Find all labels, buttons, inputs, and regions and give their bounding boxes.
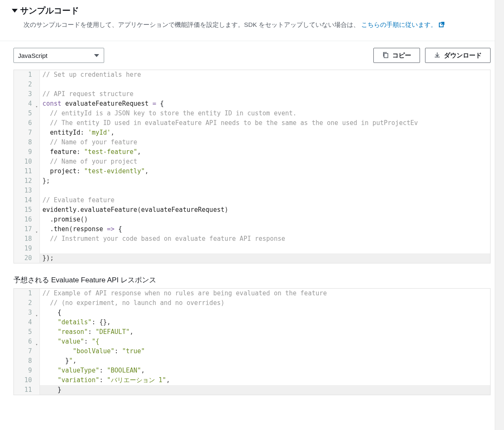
line-number: 19 <box>14 244 40 253</box>
line-number: 9 <box>14 147 40 157</box>
code-content: // (no experiment, no launch and no over… <box>40 298 490 308</box>
code-line: 8 // Name of your feature <box>14 138 490 147</box>
code-line: 4 "details": {}, <box>14 318 490 327</box>
line-number: 6 <box>14 118 40 128</box>
line-number: 2 <box>14 80 40 89</box>
line-number: 14 <box>14 195 40 205</box>
line-number: 9 <box>14 366 40 375</box>
line-number: 1 <box>14 289 40 298</box>
line-number: 11 <box>14 167 40 176</box>
code-content: entityId: 'myId', <box>40 128 490 138</box>
code-content <box>40 80 490 89</box>
line-number: 8 <box>14 138 40 147</box>
line-number: 7 <box>14 347 40 356</box>
line-number: 6▾ <box>14 337 40 347</box>
line-number: 13 <box>14 186 40 195</box>
code-content: .promise() <box>40 215 490 224</box>
code-line: 1// Example of API response when no rule… <box>14 289 490 298</box>
copy-icon <box>382 52 389 60</box>
section-title: サンプルコード <box>20 5 79 16</box>
code-line: 12}; <box>14 176 490 186</box>
line-number: 2 <box>14 298 40 308</box>
download-icon <box>434 52 441 60</box>
code-content: "variation": "バリエーション 1", <box>40 375 490 385</box>
code-line: 10 // Name of your project <box>14 157 490 167</box>
code-line: 5 // entityId is a JSON key to store the… <box>14 109 490 118</box>
code-content: "reason": "DEFAULT", <box>40 327 490 337</box>
code-line: 6▾ "value": "{ <box>14 337 490 347</box>
code-content: "details": {}, <box>40 318 490 327</box>
code-line: 8 }", <box>14 356 490 366</box>
button-group: コピー ダウンロード <box>373 48 491 63</box>
code-content: const evaluateFeatureRequest = { <box>40 99 490 109</box>
code-content: }; <box>40 176 490 186</box>
code-content: evidently.evaluateFeature(evaluateFeatur… <box>40 205 490 215</box>
code-content: // Instrument your code based on evaluat… <box>40 234 490 244</box>
code-line: 16 .promise() <box>14 215 490 224</box>
code-content <box>40 186 490 195</box>
line-number: 4▾ <box>14 99 40 109</box>
code-line: 18 // Instrument your code based on eval… <box>14 234 490 244</box>
line-number: 10 <box>14 157 40 167</box>
code-line: 20}); <box>14 253 490 263</box>
code-line: 3▾ { <box>14 308 490 318</box>
code-content: .then(response => { <box>40 224 490 234</box>
expected-response-editor[interactable]: 1// Example of API response when no rule… <box>13 288 491 395</box>
code-content: // Set up credentials here <box>40 70 490 80</box>
line-number: 12 <box>14 176 40 186</box>
line-number: 4 <box>14 318 40 327</box>
sample-code-header: サンプルコード 次のサンプルコードを使用して、アプリケーションで機能評価を設定し… <box>0 0 504 41</box>
vertical-scrollbar[interactable] <box>495 0 504 407</box>
subtitle-prefix: 次のサンプルコードを使用して、アプリケーションで機能評価を設定します。SDK を… <box>24 21 360 28</box>
code-toolbar: JavaScript コピー <box>0 41 504 68</box>
code-line: 9 feature: "test-feature", <box>14 147 490 157</box>
code-content: // The entity ID used in evaluateFeature… <box>40 118 490 128</box>
download-label: ダウンロード <box>444 52 482 60</box>
code-content: }); <box>40 253 490 263</box>
code-line: 14// Evaluate feature <box>14 195 490 205</box>
code-line: 13 <box>14 186 490 195</box>
section-subtitle: 次のサンプルコードを使用して、アプリケーションで機能評価を設定します。SDK を… <box>24 20 492 31</box>
code-line: 5 "reason": "DEFAULT", <box>14 327 490 337</box>
line-number: 11 <box>14 385 40 395</box>
line-number: 17▾ <box>14 224 40 234</box>
code-content: // entityId is a JSON key to store the e… <box>40 109 490 118</box>
code-content <box>40 244 490 253</box>
code-content: feature: "test-feature", <box>40 147 490 157</box>
line-number: 3▾ <box>14 308 40 318</box>
code-line: 2 // (no experiment, no launch and no ov… <box>14 298 490 308</box>
code-content: // API request structure <box>40 89 490 99</box>
code-content: "boolValue": "true" <box>40 347 490 356</box>
code-line: 9 "valueType": "BOOLEAN", <box>14 366 490 375</box>
copy-button[interactable]: コピー <box>373 48 420 63</box>
line-number: 15 <box>14 205 40 215</box>
code-content: "value": "{ <box>40 337 490 347</box>
line-number: 7 <box>14 128 40 138</box>
code-line: 11 } <box>14 385 490 395</box>
link-label: こちらの手順に従います。 <box>361 21 437 28</box>
language-select[interactable]: JavaScript <box>13 48 104 63</box>
code-content: "valueType": "BOOLEAN", <box>40 366 490 375</box>
code-content: // Evaluate feature <box>40 195 490 205</box>
code-line: 17▾ .then(response => { <box>14 224 490 234</box>
code-line: 3// API request structure <box>14 89 490 99</box>
section-toggle[interactable]: サンプルコード <box>12 5 492 16</box>
caret-down-icon <box>12 9 18 13</box>
code-line: 1// Set up credentials here <box>14 70 490 80</box>
line-number: 3 <box>14 89 40 99</box>
line-number: 5 <box>14 109 40 118</box>
code-line: 7 entityId: 'myId', <box>14 128 490 138</box>
line-number: 1 <box>14 70 40 80</box>
line-number: 18 <box>14 234 40 244</box>
sdk-setup-link[interactable]: こちらの手順に従います。 <box>361 21 445 28</box>
line-number: 8 <box>14 356 40 366</box>
expected-response-title: 予想される Evaluate Feature API レスポンス <box>13 275 491 285</box>
external-link-icon <box>438 21 445 31</box>
svg-rect-1 <box>384 53 388 57</box>
download-button[interactable]: ダウンロード <box>425 48 491 63</box>
sample-code-editor[interactable]: 1// Set up credentials here23// API requ… <box>13 70 491 263</box>
line-number: 5 <box>14 327 40 337</box>
code-content: { <box>40 308 490 318</box>
code-content: // Name of your project <box>40 157 490 167</box>
code-content: } <box>40 385 490 395</box>
